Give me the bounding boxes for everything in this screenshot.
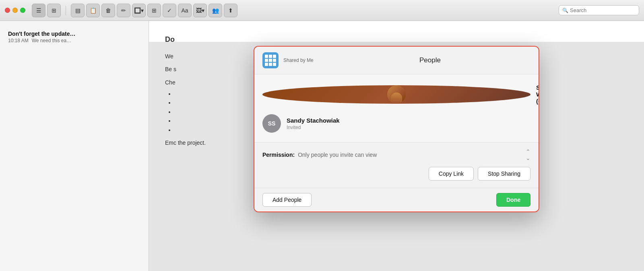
permission-label: Permission:	[262, 152, 295, 158]
person-info-owner: Sandy Writtenhouse (Owner)	[536, 84, 539, 105]
trash-icon: 🗑	[105, 7, 111, 14]
avatar-initials-text: SS	[268, 120, 276, 127]
sidebar: Don't forget the update… 10:18 AM We nee…	[0, 21, 149, 271]
format-icon: Aa	[181, 7, 188, 14]
media-button[interactable]: 🖼▾	[193, 4, 207, 17]
avatar-sandy-writtenhouse	[262, 85, 530, 104]
sidebar-note-time: 10:18 AM	[8, 38, 29, 43]
grid-icon: ⊞	[52, 7, 56, 14]
button-row: Copy Link Stop Sharing	[262, 167, 530, 181]
table-icon: ⊞	[152, 7, 157, 14]
traffic-lights	[5, 8, 25, 13]
share-dropdown-icon: 🔲▾	[134, 7, 144, 14]
collab-icon: 👥	[212, 7, 219, 14]
share-button[interactable]: 🔲▾	[132, 4, 146, 17]
sidebar-icon: ▤	[75, 7, 80, 14]
media-icon: 🖼▾	[196, 7, 204, 14]
sidebar-note-meta: 10:18 AM We need this ea…	[8, 38, 140, 43]
toolbar-left: ☰ ⊞	[32, 4, 61, 17]
search-box[interactable]: 🔍	[559, 5, 639, 15]
permission-value: Only people you invite can view	[298, 152, 522, 158]
icon-grid	[265, 55, 276, 66]
stop-sharing-button[interactable]: Stop Sharing	[478, 167, 530, 181]
sidebar-toggle-button[interactable]: ▤	[71, 4, 85, 17]
people-list: Sandy Writtenhouse (Owner) SS Sandy Stac…	[254, 74, 539, 142]
maximize-button[interactable]	[20, 8, 25, 13]
done-button[interactable]: Done	[496, 193, 530, 207]
modal-title: People	[383, 56, 477, 64]
menu-icon: ☰	[36, 7, 41, 14]
toolbar-middle: ▤ 📋 🗑 ✏ 🔲▾ ⊞ ✓ Aa 🖼▾ 👥 ⬆	[71, 4, 237, 17]
note-area: Do We Be s Che Emc the project.	[149, 21, 644, 271]
person-status-invited: Invited	[287, 125, 530, 130]
person-item-owner: Sandy Writtenhouse (Owner)	[262, 79, 530, 109]
person-name-invited: Sandy Stachowiak	[287, 117, 530, 124]
modal-overlay: Shared by Me People	[149, 42, 644, 271]
titlebar: ☰ ⊞ ▤ 📋 🗑 ✏ 🔲▾ ⊞ ✓ Aa 🖼▾	[0, 0, 644, 21]
minimize-button[interactable]	[12, 8, 18, 13]
people-modal: Shared by Me People	[254, 46, 539, 212]
modal-footer-section: Permission: Only people you invite can v…	[254, 142, 539, 188]
notes-list-icon: 📋	[90, 7, 97, 14]
person-item-invited: SS Sandy Stachowiak Invited	[262, 109, 530, 138]
shared-by-label: Shared by Me	[283, 57, 378, 63]
main-content: Don't forget the update… 10:18 AM We nee…	[0, 21, 644, 271]
modal-header: Shared by Me People	[254, 47, 539, 74]
avatar-sandy-stachowiak: SS	[262, 114, 281, 133]
close-button[interactable]	[5, 8, 10, 13]
check-button[interactable]: ✓	[163, 4, 176, 17]
upload-icon: ⬆	[228, 7, 233, 14]
notes-list-button[interactable]: 📋	[86, 4, 100, 17]
modal-actions: Add People Done	[254, 188, 539, 211]
copy-link-button[interactable]: Copy Link	[429, 167, 474, 181]
sidebar-note-preview: We need this ea…	[32, 38, 72, 43]
table-button[interactable]: ⊞	[147, 4, 161, 17]
person-info-invited: Sandy Stachowiak Invited	[287, 117, 530, 130]
grid-button[interactable]: ⊞	[47, 4, 61, 17]
delete-button[interactable]: 🗑	[101, 4, 115, 17]
search-icon: 🔍	[562, 8, 568, 13]
check-icon: ✓	[167, 7, 172, 14]
collaboration-button[interactable]: 👥	[208, 4, 222, 17]
sidebar-note-title: Don't forget the update…	[8, 31, 140, 37]
separator-1	[66, 6, 66, 15]
permission-arrow-icon[interactable]: ⌃⌄	[526, 148, 530, 161]
shared-by-me-icon	[262, 52, 279, 68]
search-input[interactable]	[570, 7, 634, 13]
permission-row: Permission: Only people you invite can v…	[262, 148, 530, 161]
compose-icon: ✏	[121, 7, 126, 14]
menu-button[interactable]: ☰	[32, 4, 45, 17]
upload-button[interactable]: ⬆	[224, 4, 237, 17]
add-people-button[interactable]: Add People	[262, 193, 312, 207]
sidebar-note-item[interactable]: Don't forget the update… 10:18 AM We nee…	[5, 27, 144, 47]
person-name-owner: Sandy Writtenhouse (Owner)	[536, 84, 539, 105]
modal-header-text: Shared by Me	[283, 57, 378, 63]
compose-button[interactable]: ✏	[117, 4, 130, 17]
format-button[interactable]: Aa	[178, 4, 192, 17]
